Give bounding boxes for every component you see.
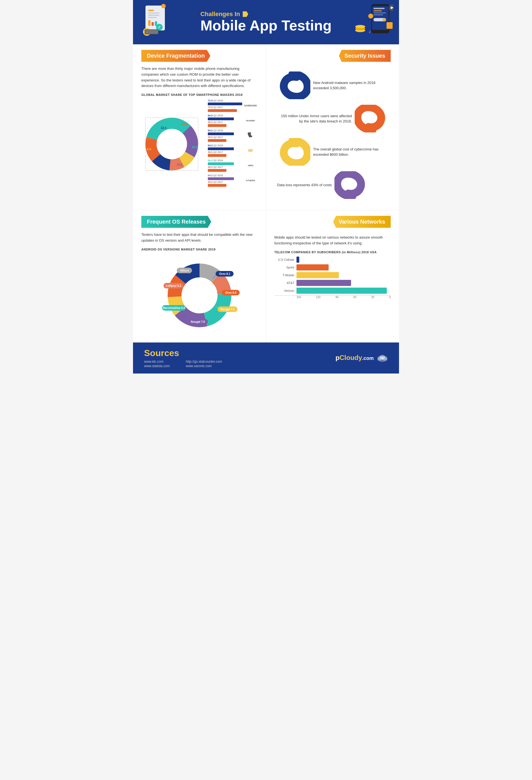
device-fragmentation-section: Device Fragmentation There are more than… xyxy=(133,44,266,210)
svg-rect-3 xyxy=(148,15,159,16)
svg-text:Others: Others xyxy=(180,269,189,272)
os-chart-title: ANDROID OS VERSIONS MARKET SHARE 2019 xyxy=(141,248,257,251)
svg-text:12.1: 12.1 xyxy=(161,126,166,130)
svg-point-23 xyxy=(383,18,385,21)
axis-label-60: 60 xyxy=(353,296,356,299)
svg-text:Nougat 7.0: Nougat 7.0 xyxy=(191,320,205,323)
svg-text:Marshmallow 6.0: Marshmallow 6.0 xyxy=(163,306,185,309)
oppo-bar-row: 54.2 Q2 2018 38.5 Q2 2017 OPPO xyxy=(208,159,257,172)
svg-point-26 xyxy=(368,13,373,18)
telecom-bar-tmobile xyxy=(296,272,391,278)
os-header-wrap: Frequent OS Releases xyxy=(141,216,257,232)
security-items: New Android malware samples in 2018 exce… xyxy=(274,71,391,199)
others-bar-row: 54.2 Q2 2018 38.5 Q2 2017 OTHERS xyxy=(208,174,257,187)
os-releases-title: Frequent OS Releases xyxy=(141,216,211,228)
footer-link-statista[interactable]: www.statista.com xyxy=(144,364,180,368)
smartphone-chart-title: GLOBAL MARKET SHARE OF TOP SMARTPHONE MA… xyxy=(141,93,257,96)
footer-link-varonis[interactable]: www.varonis.com xyxy=(186,364,222,368)
footer-link-statcounter[interactable]: http://gs.statcounter.com xyxy=(186,360,222,363)
header: ✓ $ Challenges In Mobile App Testing xyxy=(133,0,399,44)
security-item-2: 150 million Under Armor users were affec… xyxy=(274,105,391,133)
telecom-bar-uscellular xyxy=(296,256,391,263)
telecom-bar-sprint xyxy=(296,264,391,271)
brand-name-2: Cloudy xyxy=(340,354,362,361)
telecom-label-tmobile: T-Mobile xyxy=(274,274,296,277)
donut-chart: 12.1 15.8 20.9 33.2 8.6 9.3 xyxy=(141,113,202,175)
svg-rect-14 xyxy=(145,30,158,34)
footer-brand: pCloudy.com xyxy=(336,354,388,362)
subtitle-text: Challenges In xyxy=(200,10,240,18)
mi-bar-row: 54.2 Q2 2018 38.5 Q2 2017 MI xyxy=(208,144,257,157)
spiral-2-graphic xyxy=(355,105,391,133)
svg-rect-6 xyxy=(152,22,154,26)
axis-label-150: 150 xyxy=(296,296,301,299)
spiral-3-graphic xyxy=(274,138,310,166)
spiral-4-graphic xyxy=(334,171,371,199)
svg-point-30 xyxy=(355,25,365,28)
frequent-os-section: Frequent OS Releases Testers have to tes… xyxy=(133,210,266,342)
svg-point-38 xyxy=(157,129,187,159)
svg-rect-2 xyxy=(148,12,159,13)
telecom-row-uscellular: U.S Cellular xyxy=(274,256,391,263)
telecom-label-uscellular: U.S Cellular xyxy=(274,258,296,261)
cloud-icon xyxy=(377,354,388,362)
svg-point-78 xyxy=(380,355,385,359)
svg-text:33.2: 33.2 xyxy=(177,163,183,166)
header-title: Mobile App Testing xyxy=(200,18,332,34)
svg-text:15.8: 15.8 xyxy=(182,123,187,126)
bottom-sections: Frequent OS Releases Testers have to tes… xyxy=(133,210,399,342)
security-item-3: The overall global cost of cybercrime ha… xyxy=(274,138,391,166)
svg-rect-21 xyxy=(374,14,383,15)
svg-point-12 xyxy=(161,4,166,8)
header-subtitle: Challenges In xyxy=(200,10,332,18)
telecom-axis: 150 120 90 60 30 0 xyxy=(274,295,391,299)
security-text-3: The overall global cost of cybercrime ha… xyxy=(310,147,391,157)
telecom-label-att: AT&T xyxy=(274,281,296,285)
telecom-row-sprint: Sprint xyxy=(274,264,391,271)
brand-suffix: .com xyxy=(362,355,374,361)
header-right-decoration: ♪ xyxy=(355,3,393,40)
svg-text:Oreo 8.0: Oreo 8.0 xyxy=(225,291,236,294)
svg-text:Nougat 7.1: Nougat 7.1 xyxy=(220,308,235,311)
axis-label-120: 120 xyxy=(316,296,321,299)
footer-left: Sources www.idc.com http://gs.statcounte… xyxy=(144,348,222,368)
svg-text:✓: ✓ xyxy=(158,25,161,30)
svg-rect-27 xyxy=(387,22,393,29)
footer-link-idc[interactable]: www.idc.com xyxy=(144,360,180,363)
networks-title: Various Networks xyxy=(333,216,391,228)
security-text-4: Data loss represents 43% of costs xyxy=(274,182,334,188)
brand-bars: 71.5 Q2 2018 79.8 Q2 2017 SAMSUNG 54.2 Q… xyxy=(208,99,257,189)
header-left-decoration: ✓ $ xyxy=(139,3,175,40)
security-item-1: New Android malware samples in 2018 exce… xyxy=(274,71,391,99)
svg-point-53 xyxy=(182,278,217,312)
sources-title: Sources xyxy=(144,348,222,358)
footer-links: www.idc.com http://gs.statcounter.com ww… xyxy=(144,360,222,368)
telecom-label-sprint: Sprint xyxy=(274,266,296,269)
various-networks-section: Various Networks Mobile apps should be t… xyxy=(266,210,399,342)
security-text-1: New Android malware samples in 2018 exce… xyxy=(310,80,391,91)
svg-rect-18 xyxy=(374,8,385,9)
svg-rect-1 xyxy=(148,10,154,11)
security-issues-title: Security Issues xyxy=(339,50,391,62)
top-sections: Device Fragmentation There are more than… xyxy=(133,44,399,210)
svg-marker-15 xyxy=(243,11,248,17)
telecom-bar-verizon xyxy=(296,288,391,294)
spiral-1-graphic xyxy=(274,71,310,99)
networks-desc: Mobile apps should be tested on various … xyxy=(274,235,391,246)
brand-name: p xyxy=(336,354,340,361)
svg-text:8.6: 8.6 xyxy=(147,147,151,151)
header-center: Challenges In Mobile App Testing xyxy=(200,10,332,34)
networks-header-wrap: Various Networks xyxy=(274,216,391,232)
svg-text:Lollipop 5.1: Lollipop 5.1 xyxy=(166,284,181,287)
telecom-label-verizon: Verizon xyxy=(274,289,296,292)
donut-chart-container: 12.1 15.8 20.9 33.2 8.6 9.3 71.5 Q2 2018 xyxy=(141,99,257,189)
telecom-row-att: AT&T xyxy=(274,280,391,286)
svg-text:♪: ♪ xyxy=(369,29,371,34)
os-donut-chart: Others Lollipop 5.1 Marshmallow 6.0 Noug… xyxy=(147,254,252,337)
device-fragmentation-header: Device Fragmentation xyxy=(141,50,257,66)
svg-text:20.9: 20.9 xyxy=(192,145,198,149)
huawei-bar-row: 54.2 Q2 2018 38.5 Q2 2017 HUAWEI xyxy=(208,114,257,127)
telecom-chart-title: TELECOM COMPANIES BY SUBSCRIBERS (in Mil… xyxy=(274,250,391,254)
axis-label-90: 90 xyxy=(335,296,338,299)
svg-rect-4 xyxy=(148,17,156,18)
